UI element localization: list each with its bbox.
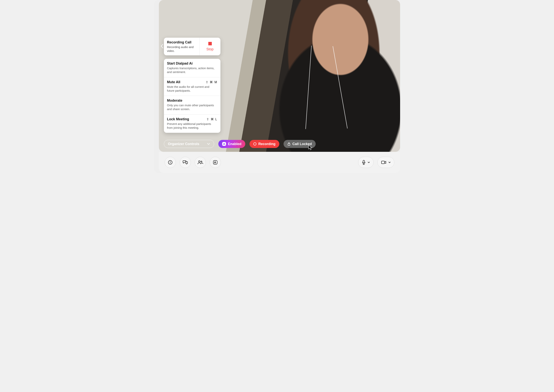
chevron-down-icon	[388, 162, 391, 163]
recording-pill[interactable]: Recording	[250, 140, 279, 148]
menu-item-moderate[interactable]: Moderate Only you can mute other partici…	[164, 96, 220, 114]
info-button[interactable]	[165, 157, 176, 168]
ai-panel-button[interactable]	[210, 157, 221, 168]
menu-item-description: Captures transcriptions, action items, a…	[167, 66, 217, 74]
toolbar-left-group	[165, 157, 221, 168]
menu-item-lock-meeting[interactable]: Lock Meeting ⇧ ⌘ L Prevent any additiona…	[164, 114, 220, 133]
stop-label: Stop	[206, 47, 214, 51]
svg-point-2	[170, 161, 171, 162]
ai-enabled-pill[interactable]: Enabled	[218, 140, 245, 148]
recording-pill-label: Recording	[258, 142, 275, 146]
menu-item-title: Lock Meeting	[167, 117, 189, 121]
menu-item-description: Prevent any additional participants from…	[167, 122, 217, 130]
toolbar-right-group	[358, 157, 394, 168]
microphone-control[interactable]	[358, 157, 374, 168]
menu-item-description: Mute the audio for all current and futur…	[167, 85, 217, 93]
menu-item-description: Only you can mute other participants and…	[167, 103, 217, 111]
recording-description: Recording audio and video.	[167, 45, 197, 53]
info-icon	[168, 160, 173, 165]
lock-icon	[287, 142, 290, 146]
microphone-icon	[362, 160, 366, 165]
menu-item-shortcut: ⇧ ⌘ L	[206, 117, 217, 121]
menu-item-title: Mute All	[167, 80, 180, 84]
call-locked-pill[interactable]: Call Locked	[284, 140, 316, 148]
svg-point-4	[199, 161, 200, 162]
camera-icon	[381, 161, 387, 164]
svg-rect-0	[288, 144, 290, 146]
participants-button[interactable]	[195, 157, 206, 168]
organizer-controls-menu: Start Dialpad Ai Captures transcriptions…	[164, 59, 220, 133]
menu-item-title: Start Dialpad Ai	[167, 62, 193, 65]
chevron-down-icon	[207, 143, 210, 145]
stop-recording-button[interactable]: Stop	[199, 38, 220, 55]
chevron-left-icon	[161, 44, 163, 49]
chevron-down-icon	[368, 162, 370, 163]
organizer-controls-label: Organizer Controls	[168, 142, 199, 146]
menu-item-shortcut: ⇧ ⌘ M	[206, 80, 217, 84]
stop-icon	[208, 42, 212, 45]
people-icon	[197, 160, 203, 165]
call-locked-label: Call Locked	[292, 142, 312, 146]
menu-item-title: Moderate	[167, 98, 182, 103]
svg-rect-8	[381, 161, 385, 164]
video-call-window: Recording Call Recording audio and video…	[154, 0, 400, 173]
svg-rect-3	[170, 162, 170, 163]
recording-status-text: Recording Call Recording audio and video…	[164, 38, 199, 55]
camera-control[interactable]	[377, 157, 394, 168]
bottom-toolbar	[159, 152, 400, 173]
menu-item-mute-all[interactable]: Mute All ⇧ ⌘ M Mute the audio for all cu…	[164, 77, 220, 96]
chat-icon	[183, 160, 188, 165]
status-pill-row: Organizer Controls Enabled Recording Cal…	[164, 140, 316, 148]
chat-button[interactable]	[180, 157, 191, 168]
participant-portrait	[267, 0, 400, 152]
ai-panel-icon	[213, 160, 218, 165]
recording-indicator-icon	[253, 142, 256, 146]
svg-point-5	[201, 161, 202, 162]
svg-rect-7	[363, 160, 365, 163]
organizer-controls-dropdown[interactable]: Organizer Controls	[164, 140, 214, 148]
recording-status-card: Recording Call Recording audio and video…	[164, 38, 220, 55]
ai-badge-icon	[222, 142, 226, 146]
ai-enabled-label: Enabled	[228, 142, 241, 146]
menu-item-start-ai[interactable]: Start Dialpad Ai Captures transcriptions…	[164, 59, 220, 77]
recording-title: Recording Call	[167, 40, 197, 44]
